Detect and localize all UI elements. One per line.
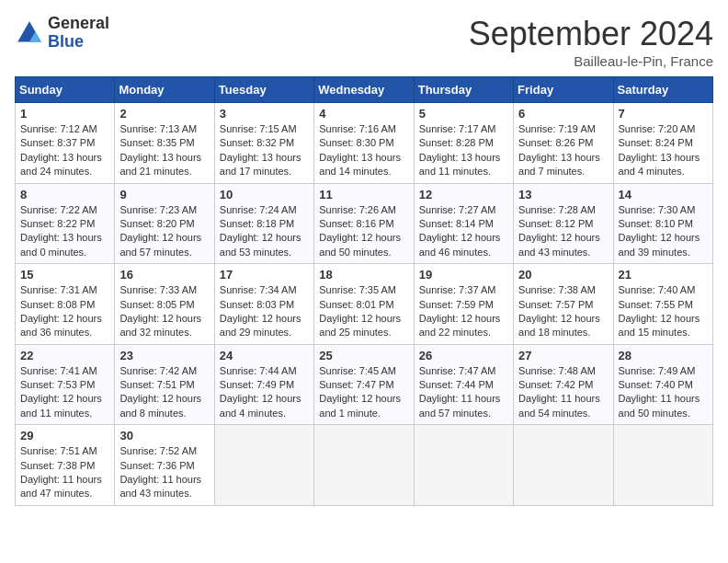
day-number: 23 <box>119 349 209 362</box>
calendar-week-row: 15Sunrise: 7:31 AM Sunset: 8:08 PM Dayli… <box>16 264 713 345</box>
day-info: Sunrise: 7:49 AM Sunset: 7:40 PM Dayligh… <box>619 364 708 421</box>
day-number: 18 <box>319 268 408 282</box>
location-subtitle: Bailleau-le-Pin, France <box>469 53 713 69</box>
weekday-header-wednesday: Wednesday <box>314 77 414 103</box>
day-number: 2 <box>119 107 209 121</box>
day-number: 20 <box>518 268 608 282</box>
day-info: Sunrise: 7:30 AM Sunset: 8:10 PM Dayligh… <box>619 203 708 260</box>
day-number: 9 <box>119 188 209 201</box>
day-info: Sunrise: 7:52 AM Sunset: 7:36 PM Dayligh… <box>119 444 209 501</box>
day-number: 30 <box>119 429 209 442</box>
day-info: Sunrise: 7:45 AM Sunset: 7:47 PM Dayligh… <box>319 364 408 421</box>
day-info: Sunrise: 7:47 AM Sunset: 7:44 PM Dayligh… <box>419 364 508 421</box>
day-number: 27 <box>518 349 608 362</box>
day-info: Sunrise: 7:15 AM Sunset: 8:32 PM Dayligh… <box>220 122 309 179</box>
calendar-cell <box>414 425 513 506</box>
calendar-cell: 14Sunrise: 7:30 AM Sunset: 8:10 PM Dayli… <box>613 183 712 264</box>
calendar-cell: 6Sunrise: 7:19 AM Sunset: 8:26 PM Daylig… <box>514 103 613 184</box>
calendar-cell: 12Sunrise: 7:27 AM Sunset: 8:14 PM Dayli… <box>414 183 513 264</box>
day-number: 6 <box>518 107 608 121</box>
calendar-week-row: 22Sunrise: 7:41 AM Sunset: 7:53 PM Dayli… <box>16 344 713 425</box>
logo-general: General <box>48 15 109 33</box>
month-title: September 2024 <box>469 15 713 53</box>
day-info: Sunrise: 7:44 AM Sunset: 7:49 PM Dayligh… <box>220 364 309 421</box>
day-info: Sunrise: 7:16 AM Sunset: 8:30 PM Dayligh… <box>319 122 408 179</box>
day-info: Sunrise: 7:13 AM Sunset: 8:35 PM Dayligh… <box>119 122 209 179</box>
weekday-header-thursday: Thursday <box>414 77 513 103</box>
day-number: 7 <box>619 107 708 121</box>
calendar-cell <box>214 425 313 506</box>
calendar-cell: 1Sunrise: 7:12 AM Sunset: 8:37 PM Daylig… <box>16 103 115 184</box>
calendar-header-row: SundayMondayTuesdayWednesdayThursdayFrid… <box>16 77 713 103</box>
day-number: 16 <box>119 268 209 282</box>
weekday-header-friday: Friday <box>514 77 613 103</box>
day-number: 11 <box>319 188 408 201</box>
day-info: Sunrise: 7:22 AM Sunset: 8:22 PM Dayligh… <box>20 203 109 260</box>
calendar-cell: 20Sunrise: 7:38 AM Sunset: 7:57 PM Dayli… <box>514 264 613 345</box>
calendar-cell: 30Sunrise: 7:52 AM Sunset: 7:36 PM Dayli… <box>115 425 214 506</box>
calendar-cell <box>613 425 712 506</box>
day-info: Sunrise: 7:35 AM Sunset: 8:01 PM Dayligh… <box>319 283 408 340</box>
day-info: Sunrise: 7:17 AM Sunset: 8:28 PM Dayligh… <box>419 122 508 179</box>
calendar-cell: 26Sunrise: 7:47 AM Sunset: 7:44 PM Dayli… <box>414 344 513 425</box>
day-info: Sunrise: 7:24 AM Sunset: 8:18 PM Dayligh… <box>220 203 309 260</box>
calendar-cell: 4Sunrise: 7:16 AM Sunset: 8:30 PM Daylig… <box>314 103 414 184</box>
day-info: Sunrise: 7:42 AM Sunset: 7:51 PM Dayligh… <box>119 364 209 421</box>
day-number: 25 <box>319 349 408 362</box>
calendar-cell: 9Sunrise: 7:23 AM Sunset: 8:20 PM Daylig… <box>115 183 214 264</box>
calendar-cell: 15Sunrise: 7:31 AM Sunset: 8:08 PM Dayli… <box>16 264 115 345</box>
calendar-cell: 23Sunrise: 7:42 AM Sunset: 7:51 PM Dayli… <box>115 344 214 425</box>
calendar-cell: 27Sunrise: 7:48 AM Sunset: 7:42 PM Dayli… <box>514 344 613 425</box>
day-number: 1 <box>20 107 109 121</box>
day-number: 29 <box>20 429 109 442</box>
day-info: Sunrise: 7:40 AM Sunset: 7:55 PM Dayligh… <box>619 283 708 340</box>
day-info: Sunrise: 7:27 AM Sunset: 8:14 PM Dayligh… <box>419 203 508 260</box>
day-info: Sunrise: 7:48 AM Sunset: 7:42 PM Dayligh… <box>518 364 608 421</box>
calendar-table: SundayMondayTuesdayWednesdayThursdayFrid… <box>15 76 713 506</box>
day-number: 22 <box>20 349 109 362</box>
calendar-cell: 22Sunrise: 7:41 AM Sunset: 7:53 PM Dayli… <box>16 344 115 425</box>
calendar-cell: 2Sunrise: 7:13 AM Sunset: 8:35 PM Daylig… <box>115 103 214 184</box>
calendar-cell: 5Sunrise: 7:17 AM Sunset: 8:28 PM Daylig… <box>414 103 513 184</box>
title-block: September 2024 Bailleau-le-Pin, France <box>469 15 713 69</box>
day-number: 4 <box>319 107 408 121</box>
calendar-cell: 19Sunrise: 7:37 AM Sunset: 7:59 PM Dayli… <box>414 264 513 345</box>
logo-blue: Blue <box>48 33 109 52</box>
calendar-cell <box>314 425 414 506</box>
calendar-cell: 16Sunrise: 7:33 AM Sunset: 8:05 PM Dayli… <box>115 264 214 345</box>
day-info: Sunrise: 7:41 AM Sunset: 7:53 PM Dayligh… <box>20 364 109 421</box>
calendar-cell <box>514 425 613 506</box>
day-number: 28 <box>619 349 708 362</box>
calendar-cell: 10Sunrise: 7:24 AM Sunset: 8:18 PM Dayli… <box>214 183 313 264</box>
day-info: Sunrise: 7:33 AM Sunset: 8:05 PM Dayligh… <box>119 283 209 340</box>
calendar-cell: 29Sunrise: 7:51 AM Sunset: 7:38 PM Dayli… <box>16 425 115 506</box>
day-info: Sunrise: 7:19 AM Sunset: 8:26 PM Dayligh… <box>518 122 608 179</box>
day-info: Sunrise: 7:20 AM Sunset: 8:24 PM Dayligh… <box>619 122 708 179</box>
calendar-cell: 11Sunrise: 7:26 AM Sunset: 8:16 PM Dayli… <box>314 183 414 264</box>
calendar-cell: 13Sunrise: 7:28 AM Sunset: 8:12 PM Dayli… <box>514 183 613 264</box>
page-header: General Blue September 2024 Bailleau-le-… <box>15 15 713 69</box>
day-number: 10 <box>220 188 309 201</box>
calendar-cell: 21Sunrise: 7:40 AM Sunset: 7:55 PM Dayli… <box>613 264 712 345</box>
calendar-cell: 28Sunrise: 7:49 AM Sunset: 7:40 PM Dayli… <box>613 344 712 425</box>
weekday-header-sunday: Sunday <box>16 77 115 103</box>
day-number: 15 <box>20 268 109 282</box>
day-info: Sunrise: 7:37 AM Sunset: 7:59 PM Dayligh… <box>419 283 508 340</box>
day-number: 21 <box>619 268 708 282</box>
day-info: Sunrise: 7:23 AM Sunset: 8:20 PM Dayligh… <box>119 203 209 260</box>
calendar-week-row: 8Sunrise: 7:22 AM Sunset: 8:22 PM Daylig… <box>16 183 713 264</box>
weekday-header-saturday: Saturday <box>613 77 712 103</box>
day-number: 12 <box>419 188 508 201</box>
logo-text: General Blue <box>48 15 109 52</box>
day-number: 8 <box>20 188 109 201</box>
logo: General Blue <box>15 15 109 52</box>
calendar-cell: 8Sunrise: 7:22 AM Sunset: 8:22 PM Daylig… <box>16 183 115 264</box>
day-info: Sunrise: 7:26 AM Sunset: 8:16 PM Dayligh… <box>319 203 408 260</box>
day-number: 13 <box>518 188 608 201</box>
day-number: 17 <box>220 268 309 282</box>
day-info: Sunrise: 7:38 AM Sunset: 7:57 PM Dayligh… <box>518 283 608 340</box>
calendar-cell: 17Sunrise: 7:34 AM Sunset: 8:03 PM Dayli… <box>214 264 313 345</box>
day-number: 26 <box>419 349 508 362</box>
calendar-week-row: 29Sunrise: 7:51 AM Sunset: 7:38 PM Dayli… <box>16 425 713 506</box>
logo-icon <box>15 18 44 48</box>
